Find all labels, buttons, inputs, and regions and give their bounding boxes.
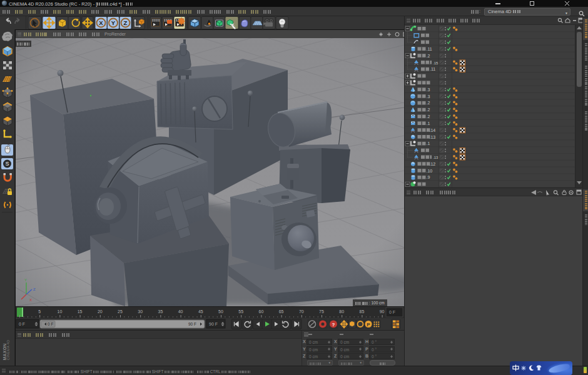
svg-text:90 F: 90 F (188, 322, 196, 326)
svg-text:50: 50 (218, 309, 223, 314)
svg-text:.2: .2 (427, 54, 430, 58)
svg-text:5: 5 (38, 309, 41, 314)
svg-text:Y: Y (111, 19, 116, 26)
svg-text:.13: .13 (430, 135, 436, 139)
svg-text:80: 80 (339, 309, 344, 314)
svg-text:.9: .9 (427, 175, 430, 179)
svg-text:20: 20 (98, 309, 103, 314)
svg-text:0 F: 0 F (389, 310, 395, 314)
svg-text:.2: .2 (427, 108, 430, 112)
svg-text:Y: Y (24, 278, 27, 282)
svg-text:.1: .1 (427, 121, 430, 126)
svg-text:.11: .11 (427, 47, 432, 51)
svg-text:85: 85 (360, 309, 365, 314)
svg-text:75: 75 (319, 309, 324, 314)
svg-text:90: 90 (380, 309, 385, 314)
svg-text:15: 15 (78, 309, 83, 314)
svg-text:0 F: 0 F (48, 322, 53, 326)
svg-text:X: X (29, 298, 32, 302)
svg-text:.1: .1 (427, 141, 430, 146)
svg-text:55: 55 (238, 309, 243, 314)
svg-text:65: 65 (279, 309, 284, 314)
svg-text:X: X (99, 19, 103, 26)
svg-text:25: 25 (118, 309, 123, 314)
svg-text:.3: .3 (427, 94, 430, 99)
svg-text:0 F: 0 F (19, 322, 25, 326)
svg-text:.12: .12 (430, 162, 436, 166)
svg-text:40: 40 (178, 309, 183, 314)
svg-text:.2: .2 (427, 114, 430, 119)
svg-text:.2: .2 (427, 101, 430, 105)
svg-text:P: P (367, 322, 370, 328)
svg-text:.10: .10 (427, 169, 433, 173)
svg-text:90 F: 90 F (209, 322, 218, 326)
svg-text:30: 30 (138, 309, 143, 314)
svg-text:10: 10 (58, 309, 63, 314)
svg-text:.14: .14 (430, 128, 436, 132)
svg-text:?: ? (332, 322, 335, 328)
svg-text:Z: Z (124, 19, 128, 26)
svg-text:.11: .11 (430, 67, 435, 71)
svg-text:60: 60 (259, 309, 264, 314)
svg-text:.3: .3 (427, 88, 430, 92)
svg-text:35: 35 (158, 309, 163, 314)
svg-text:Z: Z (33, 288, 36, 291)
svg-text:70: 70 (299, 309, 304, 314)
svg-text:S: S (5, 161, 9, 167)
svg-text:45: 45 (198, 309, 203, 314)
